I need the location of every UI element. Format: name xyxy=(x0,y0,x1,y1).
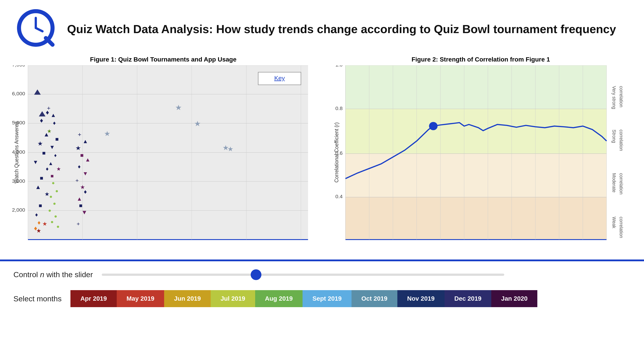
month-button-Apr-2019[interactable]: Apr 2019 xyxy=(70,290,116,307)
svg-text:1.0: 1.0 xyxy=(336,65,342,68)
svg-text:▼: ▼ xyxy=(33,159,38,165)
svg-rect-83 xyxy=(346,154,607,197)
logo xyxy=(14,9,58,49)
svg-text:Strong: Strong xyxy=(612,130,617,143)
svg-text:■: ■ xyxy=(79,202,82,209)
svg-text:●: ● xyxy=(54,213,57,219)
page-title: Quiz Watch Data Analysis: How study tren… xyxy=(67,22,616,37)
slider-row: Control n with the slider xyxy=(14,270,630,279)
slider-label: Control n with the slider xyxy=(14,270,93,279)
svg-text:♦: ♦ xyxy=(46,166,49,172)
svg-point-108 xyxy=(429,122,438,130)
svg-rect-85 xyxy=(346,65,607,109)
svg-text:★: ★ xyxy=(56,166,61,172)
svg-text:correlation: correlation xyxy=(619,86,624,107)
month-button-Jun-2019[interactable]: Jun 2019 xyxy=(164,290,211,307)
svg-text:Moderate: Moderate xyxy=(612,173,617,193)
divider xyxy=(0,259,644,261)
svg-text:★: ★ xyxy=(42,221,47,227)
month-button-Jul-2019[interactable]: Jul 2019 xyxy=(211,290,255,307)
month-button-May-2019[interactable]: May 2019 xyxy=(117,290,164,307)
charts-row: Figure 1: Quiz Bowl Tournaments and App … xyxy=(0,54,644,259)
months-buttons: Apr 2019May 2019Jun 2019Jul 2019Aug 2019… xyxy=(70,290,537,307)
svg-text:correlation: correlation xyxy=(619,173,624,195)
svg-text:▲: ▲ xyxy=(82,138,88,145)
slider-thumb[interactable] xyxy=(251,269,262,280)
svg-text:★: ★ xyxy=(175,103,182,111)
svg-text:★: ★ xyxy=(194,119,201,128)
header: Quiz Watch Data Analysis: How study tren… xyxy=(0,0,644,54)
month-button-Nov-2019[interactable]: Nov 2019 xyxy=(397,290,444,307)
svg-text:♦: ♦ xyxy=(40,117,43,124)
svg-text:+: + xyxy=(75,177,79,183)
svg-text:correlation: correlation xyxy=(619,130,624,151)
svg-text:●: ● xyxy=(53,201,56,206)
svg-text:+: + xyxy=(77,221,80,227)
svg-text:★: ★ xyxy=(75,145,81,151)
figure2-area: 1.0 0.8 0.6 0.4 Correlational Coefficien… xyxy=(326,65,635,249)
svg-text:▲: ▲ xyxy=(48,160,53,166)
svg-text:●: ● xyxy=(48,207,51,213)
svg-line-2 xyxy=(36,28,42,31)
svg-text:●: ● xyxy=(50,219,54,225)
svg-text:▼: ▼ xyxy=(82,209,88,216)
svg-text:▼: ▼ xyxy=(82,170,88,177)
figure1-container: Figure 1: Quiz Bowl Tournaments and App … xyxy=(4,54,322,259)
svg-text:●: ● xyxy=(52,180,55,186)
svg-text:2,000: 2,000 xyxy=(12,207,25,213)
svg-text:★: ★ xyxy=(104,130,110,137)
figure2-title: Figure 2: Strength of Correlation from F… xyxy=(326,56,635,63)
svg-text:▼: ▼ xyxy=(49,144,55,150)
svg-text:■: ■ xyxy=(80,152,84,158)
svg-text:▲: ▲ xyxy=(85,157,90,163)
svg-text:■: ■ xyxy=(55,136,58,142)
month-button-Sept-2019[interactable]: Sept 2019 xyxy=(302,290,352,307)
svg-text:●: ● xyxy=(55,188,58,194)
month-button-Dec-2019[interactable]: Dec 2019 xyxy=(444,290,491,307)
month-button-Jan-2020[interactable]: Jan 2020 xyxy=(491,290,537,307)
svg-text:♦: ♦ xyxy=(53,120,56,126)
svg-line-3 xyxy=(46,38,52,45)
controls-section: Control n with the slider Select months … xyxy=(0,261,644,316)
svg-text:♦: ♦ xyxy=(34,225,37,231)
svg-text:●: ● xyxy=(49,194,52,200)
svg-text:Key: Key xyxy=(274,75,285,81)
figure2-container: Figure 2: Strength of Correlation from F… xyxy=(322,54,640,259)
svg-text:♦: ♦ xyxy=(54,152,57,158)
svg-text:♦: ♦ xyxy=(35,212,38,218)
svg-text:▲: ▲ xyxy=(35,184,41,190)
months-row: Select months Apr 2019May 2019Jun 2019Ju… xyxy=(14,290,630,307)
svg-rect-84 xyxy=(346,109,607,154)
svg-text:▲: ▲ xyxy=(77,196,82,202)
figure1-area: 7,000 6,000 5,000 4,000 3,000 2,000 Watc… xyxy=(9,65,318,249)
svg-text:■: ■ xyxy=(50,173,54,179)
svg-text:■: ■ xyxy=(42,150,46,156)
svg-text:+: + xyxy=(78,131,82,138)
svg-text:■: ■ xyxy=(40,175,43,181)
svg-text:▲: ▲ xyxy=(50,112,56,118)
svg-rect-82 xyxy=(346,197,607,240)
slider-track[interactable] xyxy=(102,274,504,276)
svg-text:★: ★ xyxy=(228,146,233,153)
svg-text:Correlational Coefficient (r): Correlational Coefficient (r) xyxy=(334,122,340,183)
svg-text:★: ★ xyxy=(47,128,52,134)
svg-text:★: ★ xyxy=(37,140,43,147)
svg-text:+: + xyxy=(47,105,50,111)
svg-text:7,000: 7,000 xyxy=(12,65,25,68)
svg-text:0.8: 0.8 xyxy=(336,105,342,111)
svg-text:0.4: 0.4 xyxy=(336,194,343,200)
figure1-title: Figure 1: Quiz Bowl Tournaments and App … xyxy=(9,56,318,63)
svg-text:correlation: correlation xyxy=(619,217,624,238)
svg-text:♦: ♦ xyxy=(84,188,87,195)
slider-n-label: n xyxy=(40,270,44,279)
svg-text:♦: ♦ xyxy=(78,164,81,170)
svg-text:★: ★ xyxy=(44,191,50,197)
months-label: Select months xyxy=(14,294,62,303)
svg-text:■: ■ xyxy=(39,202,42,209)
svg-text:6,000: 6,000 xyxy=(12,91,25,97)
svg-text:♦: ♦ xyxy=(37,219,40,226)
svg-text:Weak: Weak xyxy=(612,217,617,229)
svg-text:Watch Questions Answered: Watch Questions Answered xyxy=(14,122,20,183)
month-button-Oct-2019[interactable]: Oct 2019 xyxy=(352,290,397,307)
month-button-Aug-2019[interactable]: Aug 2019 xyxy=(255,290,303,307)
